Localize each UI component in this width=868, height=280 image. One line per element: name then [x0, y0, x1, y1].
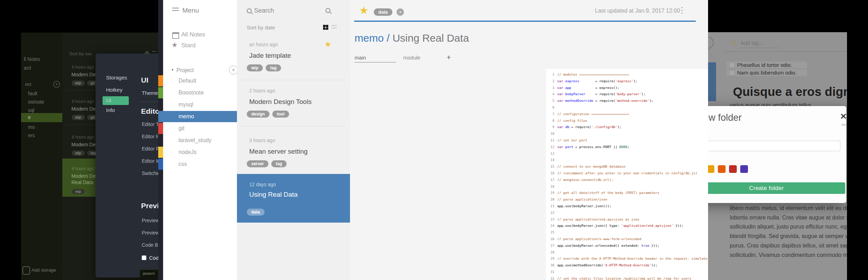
- star-icon[interactable]: ★: [324, 40, 331, 49]
- folder-color-chip: [158, 123, 163, 134]
- dark-settings-dialog: StoragesHotkeyUIInfo UI Theme Editor Edi…: [96, 54, 164, 278]
- code-block-checkbox[interactable]: [142, 255, 146, 260]
- add-snippet-tab-button[interactable]: +: [447, 53, 451, 62]
- settings-nav-storages[interactable]: Storages: [106, 75, 127, 80]
- dark-folder-item[interactable]: e: [28, 114, 31, 120]
- dark-folder-item[interactable]: ers: [28, 133, 35, 138]
- note-title: Real Data: [71, 180, 93, 185]
- note-list-item[interactable]: 2 hours agoModern Design Toolsdesigntool: [237, 84, 350, 126]
- dark-folder-item[interactable]: ostnote: [28, 99, 44, 105]
- dialog-title: New folder: [708, 112, 742, 123]
- note-list-item[interactable]: an hours ago★Jade templatewiptag: [237, 37, 350, 80]
- tag-pill[interactable]: data: [374, 8, 392, 16]
- menu-label[interactable]: Menu: [182, 7, 199, 14]
- tab-main[interactable]: main: [355, 55, 366, 61]
- sidebar-item-starred[interactable]: Stard: [181, 42, 196, 49]
- tag-pill[interactable]: server: [247, 160, 268, 167]
- dark-sidebar-item[interactable]: ll Notes: [24, 56, 40, 62]
- background-window-right-zone: ☆ Add tag... Phasellus id tortor odio.Na…: [708, 0, 868, 280]
- sidebar-folder-laravel_study[interactable]: laravel_study: [178, 137, 211, 144]
- tab-module[interactable]: module: [403, 55, 420, 61]
- header-divider: [354, 21, 696, 22]
- note-list-item[interactable]: 12 days agoUsing Real Datadata: [237, 174, 350, 223]
- sort-selector[interactable]: Sort by date: [247, 24, 275, 30]
- close-icon[interactable]: ×: [840, 110, 847, 122]
- dimmed-divider: [724, 51, 847, 52]
- code-line: 16// (uncomment after you enter in your …: [546, 170, 708, 177]
- breadcrumb-folder[interactable]: memo: [355, 32, 384, 44]
- dark-project-label[interactable]: ect: [25, 82, 31, 87]
- menu-icon[interactable]: [172, 8, 179, 13]
- chevron-down-icon[interactable]: ▾: [172, 68, 174, 72]
- storage-icon: [22, 266, 30, 275]
- dark-sidebar-item[interactable]: ard: [24, 65, 31, 71]
- folder-color-swatch[interactable]: [729, 165, 737, 173]
- settings-nav-ui[interactable]: UI: [106, 97, 111, 103]
- note-divider: [66, 125, 98, 125]
- note-list-item[interactable]: 3 hours agoMean server settingservertag: [237, 133, 350, 174]
- note-title[interactable]: Using Real Data: [392, 32, 469, 44]
- dark-sidebar: ll Notesard ect + faultostnotesqlemoers …: [21, 33, 62, 280]
- background-window-dark-app: enu Search + ★ ll Notesard ect + faultos…: [21, 33, 164, 280]
- dark-sort-selector[interactable]: Sort by xxx: [69, 51, 92, 56]
- sidebar-folder-Default[interactable]: Default: [178, 78, 196, 84]
- todo-checkbox: [729, 70, 735, 76]
- dark-folder-item[interactable]: sql: [28, 107, 34, 113]
- tag-pill[interactable]: tool: [272, 111, 289, 118]
- note-time: 12 days ago: [249, 182, 276, 187]
- code-line: 20// parse application/json: [546, 196, 708, 203]
- sidebar-folder-Boostnote[interactable]: Boostnote: [178, 90, 204, 96]
- grid-view-icon[interactable]: [323, 25, 328, 30]
- settings-nav-info[interactable]: Info: [106, 107, 115, 113]
- dark-folder-item[interactable]: fault: [28, 91, 37, 96]
- project-section-label[interactable]: Project: [176, 67, 194, 74]
- note-star-toggle[interactable]: ★: [359, 4, 369, 16]
- settings-nav-hotkey[interactable]: Hotkey: [106, 87, 122, 93]
- folder-color-chip: [158, 75, 163, 86]
- code-editor[interactable]: 1// modules =========================2va…: [546, 69, 708, 280]
- code-line: 32// set the static files location /publ…: [546, 275, 708, 280]
- tag-pill[interactable]: tag: [266, 64, 281, 71]
- dark-add-folder-button[interactable]: +: [53, 81, 60, 88]
- folder-color-swatch[interactable]: [718, 165, 726, 173]
- tag-pill: wip: [72, 80, 85, 86]
- paragraph-line: lobortis ornare nulla. Cras vitae augue …: [730, 215, 847, 221]
- add-tag-button[interactable]: +: [397, 8, 404, 16]
- code-line: 19// get all data/stuff of the body (POS…: [546, 190, 708, 196]
- tag-pill[interactable]: data: [247, 209, 265, 216]
- paragraph-line: libero mattis metus, id elementum velit …: [730, 205, 847, 211]
- folder-color-swatch[interactable]: [708, 165, 714, 173]
- dimmed-new-note-button: [708, 37, 714, 49]
- sidebar-folder-memo[interactable]: memo: [178, 113, 194, 120]
- tag-pill[interactable]: wip: [247, 64, 263, 71]
- folder-name-input[interactable]: [708, 141, 840, 151]
- code-line: 4var bodyParser = require('body-parser')…: [546, 91, 708, 98]
- breadcrumb-separator: /: [387, 32, 390, 44]
- code-line: 14: [546, 157, 708, 163]
- sidebar-item-all-notes[interactable]: All Notes: [181, 31, 205, 38]
- code-line: 25: [546, 229, 708, 236]
- search-input[interactable]: Search: [254, 7, 274, 14]
- code-line: 21app.use(bodyParser.json());: [546, 203, 708, 210]
- note-title: Modern Des: [71, 142, 98, 147]
- note-title: Modern Design Tools: [249, 98, 312, 106]
- list-view-icon[interactable]: [331, 25, 337, 30]
- sidebar-folder-css[interactable]: css: [178, 161, 187, 167]
- sidebar-folder-mysql[interactable]: mysql: [178, 102, 193, 108]
- sidebar-folder-nodeJs[interactable]: nodeJs: [178, 149, 197, 155]
- note-divider: [241, 80, 346, 80]
- sidebar-folder-git[interactable]: git: [178, 125, 184, 132]
- note-tags: wip: [72, 188, 87, 194]
- folder-color-swatch[interactable]: [740, 165, 748, 173]
- code-line: 31: [546, 269, 708, 275]
- todo-checkbox: [729, 63, 735, 68]
- create-folder-button[interactable]: Create folder: [708, 182, 845, 194]
- dark-folder-item[interactable]: mo: [28, 124, 35, 130]
- code-line: 15// connect to our mongoDB database: [546, 163, 708, 170]
- note-divider: [66, 90, 98, 91]
- sidebar: Menu All Notes ★ Stard ▾ Project + Defau…: [163, 0, 237, 280]
- tag-pill[interactable]: design: [247, 111, 270, 118]
- tag-pill[interactable]: tag: [271, 160, 287, 167]
- kebab-menu-icon[interactable]: [681, 7, 683, 15]
- dark-add-storage-button[interactable]: Add storage: [31, 267, 56, 273]
